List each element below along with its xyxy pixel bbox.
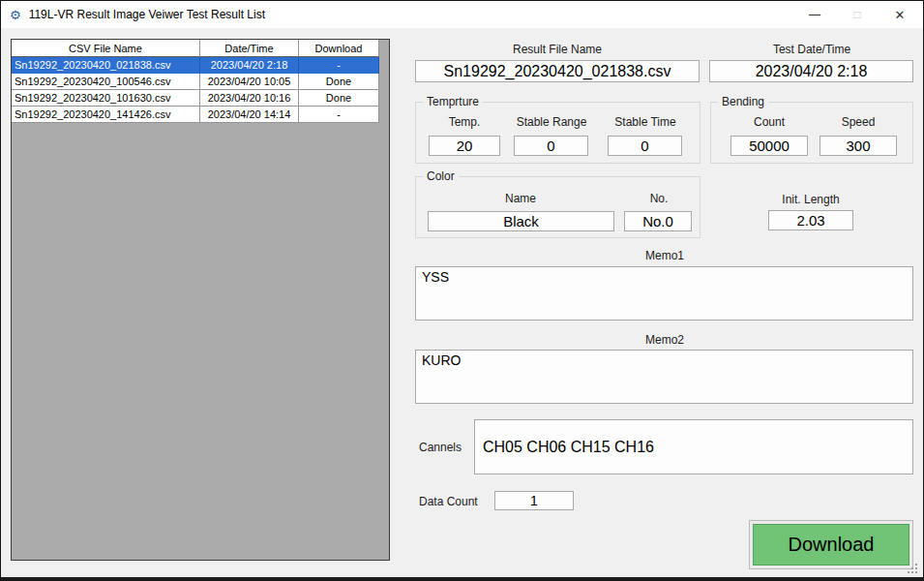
csv-result-table: CSV File Name Date/Time Download Sn19292… [11, 39, 390, 561]
cell-file-name: Sn19292_20230420_141426.csv [12, 107, 200, 123]
color-group-label: Color [423, 168, 459, 185]
cell-date-time: 2023/04/20 14:14 [200, 107, 299, 123]
cell-file-name: Sn19292_20230420_101630.csv [12, 90, 200, 107]
resize-grip[interactable] [915, 571, 917, 573]
init-length-value[interactable]: 2.03 [768, 210, 853, 230]
memo1-label: Memo1 [645, 249, 684, 262]
table-header-row: CSV File Name Date/Time Download [12, 40, 379, 57]
minimize-button[interactable]: — [793, 1, 836, 28]
count-label: Count [754, 115, 785, 129]
temperature-group: Temprture Temp. Stable Range Stable Time… [415, 102, 700, 164]
cell-download-status: Done [299, 90, 379, 107]
maximize-button[interactable]: □ [836, 1, 879, 28]
color-group: Color Name No. Black No.0 [415, 176, 700, 238]
window-title: 119L-VR Result Image Veiwer Test Result … [29, 8, 265, 21]
color-name-value[interactable]: Black [428, 211, 614, 231]
close-button[interactable]: ✕ [879, 1, 921, 28]
column-header-date-time[interactable]: Date/Time [200, 40, 299, 57]
count-value[interactable]: 50000 [730, 136, 808, 156]
stable-time-value[interactable]: 0 [608, 136, 682, 156]
color-no-value[interactable]: No.0 [624, 211, 692, 231]
color-no-label: No. [650, 192, 669, 205]
table-row[interactable]: Sn19292_20230420_101630.csv 2023/04/20 1… [12, 90, 379, 107]
cell-date-time: 2023/04/20 10:16 [200, 90, 299, 107]
cell-file-name: Sn19292_20230420_021838.csv [12, 57, 200, 74]
speed-value[interactable]: 300 [820, 136, 897, 156]
app-icon: ⚙ [10, 9, 21, 21]
stable-time-label: Stable Time [614, 115, 675, 129]
bending-group-label: Bending [718, 94, 768, 110]
temperature-group-label: Temprture [423, 94, 483, 110]
memo2-field[interactable]: KURO [415, 350, 913, 404]
window-bottom-edge [1, 577, 923, 580]
color-name-label: Name [505, 192, 536, 205]
data-count-value[interactable]: 1 [494, 491, 574, 510]
test-date-time-value[interactable]: 2023/04/20 2:18 [709, 60, 913, 82]
memo2-label: Memo2 [645, 333, 684, 347]
app-window: ⚙ 119L-VR Result Image Veiwer Test Resul… [0, 0, 924, 581]
result-file-name-label: Result File Name [513, 43, 602, 56]
cell-file-name: Sn19292_20230420_100546.csv [12, 74, 200, 90]
cell-download-status: - [299, 107, 379, 123]
cell-download-status: - [299, 57, 379, 74]
stable-range-label: Stable Range [517, 115, 587, 129]
channels-field[interactable]: CH05 CH06 CH15 CH16 [474, 419, 913, 474]
result-file-name-value[interactable]: Sn19292_20230420_021838.csv [415, 60, 700, 82]
cell-download-status: Done [299, 74, 379, 90]
window-controls: — □ ✕ [793, 1, 921, 28]
data-count-label: Data Count [419, 495, 478, 508]
column-header-csv-file-name[interactable]: CSV File Name [12, 40, 200, 57]
test-date-time-label: Test Date/Time [773, 43, 850, 56]
init-length-label: Init. Length [782, 193, 839, 206]
cell-date-time: 2023/04/20 2:18 [200, 57, 299, 74]
temp-value[interactable]: 20 [429, 136, 500, 156]
channels-label: Cannels [419, 441, 462, 454]
column-header-download[interactable]: Download [299, 40, 379, 57]
download-button[interactable]: Download [753, 524, 909, 566]
download-button-frame: Download [749, 520, 913, 569]
stable-range-value[interactable]: 0 [514, 136, 588, 156]
table-row[interactable]: Sn19292_20230420_141426.csv 2023/04/20 1… [12, 107, 379, 123]
table-row[interactable]: Sn19292_20230420_100546.csv 2023/04/20 1… [12, 74, 379, 90]
titlebar: ⚙ 119L-VR Result Image Veiwer Test Resul… [1, 1, 923, 28]
temp-label: Temp. [449, 115, 481, 129]
table-row-selected[interactable]: Sn19292_20230420_021838.csv 2023/04/20 2… [12, 57, 379, 74]
cell-date-time: 2023/04/20 10:05 [200, 74, 299, 90]
memo1-field[interactable]: YSS [415, 266, 913, 321]
bending-group: Bending Count Speed 50000 300 [710, 102, 913, 164]
speed-label: Speed [842, 115, 876, 129]
